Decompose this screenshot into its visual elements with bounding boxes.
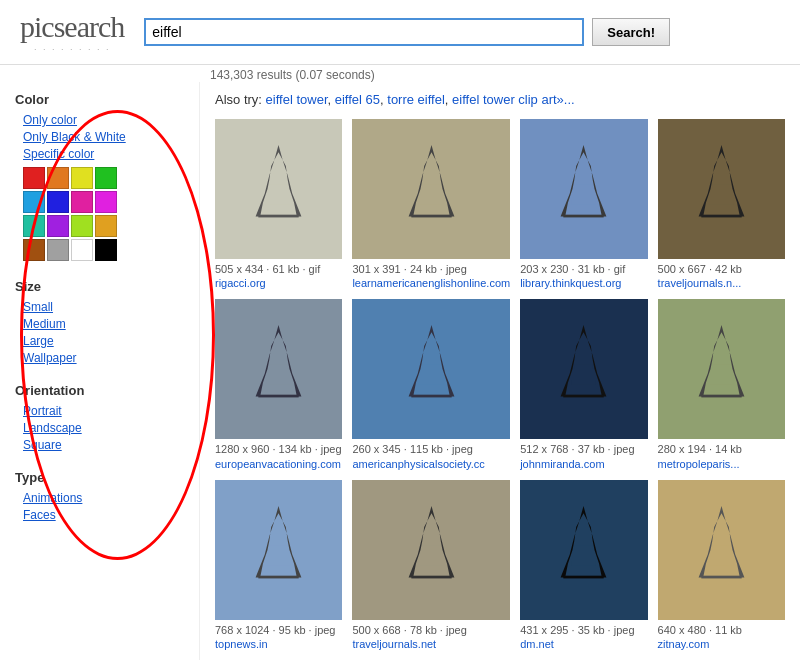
image-grid: 505 x 434 · 61 kb · gifrigacci.org301 x … [215,119,785,650]
filter-title-1: Size [15,279,184,294]
image-source[interactable]: traveljournals.n... [658,277,785,289]
svg-rect-5 [422,184,440,189]
image-source[interactable]: zitnay.com [658,638,785,650]
svg-marker-28 [698,325,744,397]
filter-section-0: ColorOnly colorOnly Black & WhiteSpecifi… [15,92,184,261]
image-source[interactable]: dm.net [520,638,647,650]
also-try-link-2[interactable]: torre eiffel [387,92,445,107]
image-item[interactable]: 1280 x 960 · 134 kb · jpegeuropeanvacati… [215,299,342,469]
image-thumbnail[interactable] [352,299,510,439]
filter-item-1-0[interactable]: Small [15,300,184,314]
image-info: 500 x 667 · 42 kb [658,262,785,277]
swatch-11[interactable] [95,215,117,237]
image-info: 640 x 480 · 11 kb [658,623,785,638]
filter-item-1-2[interactable]: Large [15,334,184,348]
filter-item-0-0[interactable]: Only color [15,113,184,127]
image-source[interactable]: rigacci.org [215,277,342,289]
image-item[interactable]: 301 x 391 · 24 kb · jpeglearnamericaneng… [352,119,510,289]
filter-item-1-3[interactable]: Wallpaper [15,351,184,365]
image-source[interactable]: traveljournals.net [352,638,510,650]
image-item[interactable]: 203 x 230 · 31 kb · giflibrary.thinkques… [520,119,647,289]
swatch-8[interactable] [23,215,45,237]
image-source[interactable]: learnamericanenglishonline.com [352,277,510,289]
image-thumbnail[interactable] [215,119,342,259]
swatch-13[interactable] [47,239,69,261]
filter-item-2-1[interactable]: Landscape [15,421,184,435]
image-thumbnail[interactable] [352,119,510,259]
image-source[interactable]: topnews.in [215,638,342,650]
image-item[interactable]: 768 x 1024 · 95 kb · jpegtopnews.in [215,480,342,650]
also-try-link-1[interactable]: eiffel 65 [335,92,380,107]
content-area: Also try: eiffel tower, eiffel 65, torre… [200,82,800,660]
image-source[interactable]: americanphysicalsociety.cc [352,458,510,470]
logo[interactable]: picsearch · · · · · · · · · [20,10,124,54]
result-count: 143,303 results (0.07 seconds) [210,68,800,82]
image-thumbnail[interactable] [658,299,785,439]
filter-item-3-0[interactable]: Animations [15,491,184,505]
image-item[interactable]: 640 x 480 · 11 kbzitnay.com [658,480,785,650]
swatch-15[interactable] [95,239,117,261]
swatch-3[interactable] [95,167,117,189]
svg-rect-1 [270,184,288,189]
image-item[interactable]: 280 x 194 · 14 kbmetropoleparis... [658,299,785,469]
filter-item-0-1[interactable]: Only Black & White [15,130,184,144]
swatch-7[interactable] [95,191,117,213]
image-thumbnail[interactable] [520,480,647,620]
image-source[interactable]: metropoleparis... [658,458,785,470]
logo-dots: · · · · · · · · · [20,44,124,54]
filter-item-2-2[interactable]: Square [15,438,184,452]
image-item[interactable]: 260 x 345 · 115 kb · jpegamericanphysica… [352,299,510,469]
svg-rect-19 [259,395,299,398]
svg-rect-29 [712,365,730,370]
filter-item-1-1[interactable]: Medium [15,317,184,331]
swatch-10[interactable] [71,215,93,237]
image-thumbnail[interactable] [215,480,342,620]
also-try-link-3[interactable]: eiffel tower clip art [452,92,557,107]
image-item[interactable]: 505 x 434 · 61 kb · gifrigacci.org [215,119,342,289]
swatch-12[interactable] [23,239,45,261]
image-thumbnail[interactable] [658,119,785,259]
svg-marker-36 [408,506,454,578]
svg-rect-35 [259,575,299,578]
image-item[interactable]: 431 x 295 · 35 kb · jpegdm.net [520,480,647,650]
svg-marker-40 [561,506,607,578]
image-source[interactable]: johnmiranda.com [520,458,647,470]
filter-item-2-0[interactable]: Portrait [15,404,184,418]
image-thumbnail[interactable] [352,480,510,620]
also-try-label: Also try: [215,92,266,107]
svg-rect-30 [709,380,733,385]
svg-rect-9 [575,184,593,189]
image-thumbnail[interactable] [215,299,342,439]
image-thumbnail[interactable] [658,480,785,620]
search-input[interactable] [144,18,584,46]
image-item[interactable]: 500 x 667 · 42 kbtraveljournals.n... [658,119,785,289]
also-try-link-0[interactable]: eiffel tower [266,92,328,107]
swatch-0[interactable] [23,167,45,189]
swatch-14[interactable] [71,239,93,261]
swatch-6[interactable] [71,191,93,213]
svg-rect-6 [419,200,443,205]
svg-marker-20 [408,325,454,397]
filter-item-3-1[interactable]: Faces [15,508,184,522]
swatch-1[interactable] [47,167,69,189]
image-info: 768 x 1024 · 95 kb · jpeg [215,623,342,638]
svg-rect-27 [564,395,604,398]
image-thumbnail[interactable] [520,299,647,439]
svg-marker-12 [698,145,744,217]
image-source[interactable]: library.thinkquest.org [520,277,647,289]
filter-item-0-2[interactable]: Specific color [15,147,184,161]
search-button[interactable]: Search! [592,18,670,46]
image-item[interactable]: 512 x 768 · 37 kb · jpegjohnmiranda.com [520,299,647,469]
swatch-2[interactable] [71,167,93,189]
svg-rect-43 [564,575,604,578]
swatch-9[interactable] [47,215,69,237]
svg-rect-14 [709,200,733,205]
filter-section-1: SizeSmallMediumLargeWallpaper [15,279,184,365]
swatch-4[interactable] [23,191,45,213]
image-thumbnail[interactable] [520,119,647,259]
svg-rect-2 [267,200,291,205]
also-try-link-4[interactable]: »... [557,92,575,107]
image-source[interactable]: europeanvacationing.com [215,458,342,470]
swatch-5[interactable] [47,191,69,213]
image-item[interactable]: 500 x 668 · 78 kb · jpegtraveljournals.n… [352,480,510,650]
